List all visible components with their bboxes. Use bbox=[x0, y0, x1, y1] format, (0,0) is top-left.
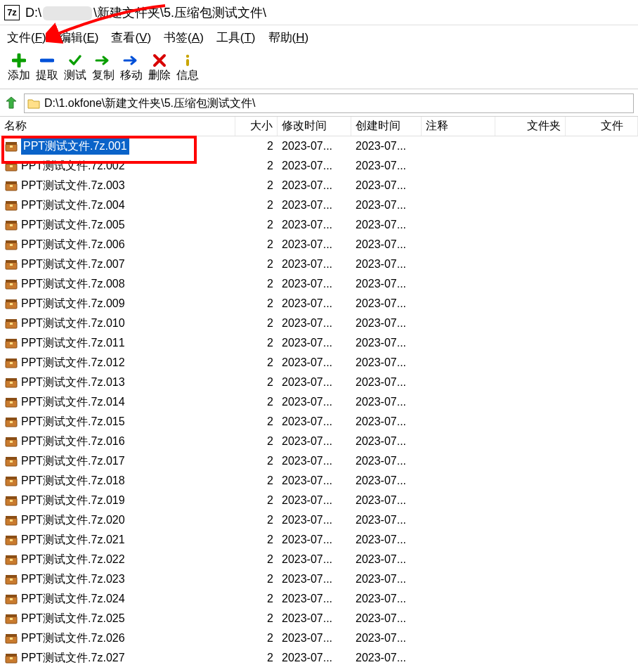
toolbar-copy[interactable] bbox=[90, 51, 117, 68]
file-created: 2023-07... bbox=[351, 455, 422, 467]
svg-rect-49 bbox=[10, 441, 13, 443]
file-size: 2 bbox=[235, 494, 278, 507]
toolbar-move[interactable] bbox=[118, 51, 145, 68]
menu-tools[interactable]: 工具(T) bbox=[216, 30, 256, 46]
file-modified: 2023-07... bbox=[278, 179, 351, 192]
file-modified: 2023-07... bbox=[278, 474, 351, 487]
table-row[interactable]: PPT测试文件.7z.01322023-07...2023-07... bbox=[0, 373, 638, 392]
file-size: 2 bbox=[235, 396, 278, 408]
svg-rect-25 bbox=[10, 283, 13, 285]
table-row[interactable]: PPT测试文件.7z.00522023-07...2023-07... bbox=[0, 215, 638, 235]
table-row[interactable]: PPT测试文件.7z.02222023-07...2023-07... bbox=[0, 550, 638, 569]
file-size: 2 bbox=[235, 612, 278, 625]
table-row[interactable]: PPT测试文件.7z.01122023-07...2023-07... bbox=[0, 333, 638, 353]
table-row[interactable]: PPT测试文件.7z.02422023-07...2023-07... bbox=[0, 589, 638, 609]
svg-rect-37 bbox=[10, 362, 13, 364]
label-add: 添加 bbox=[6, 68, 32, 83]
file-name: PPT测试文件.7z.003 bbox=[21, 179, 125, 193]
menu-file[interactable]: 文件(F) bbox=[7, 30, 46, 46]
file-size: 2 bbox=[235, 160, 278, 172]
path-input[interactable]: D:\1.okfone\新建文件夹\5.压缩包测试文件\ bbox=[24, 93, 634, 113]
table-row[interactable]: PPT测试文件.7z.02522023-07...2023-07... bbox=[0, 609, 638, 628]
table-row[interactable]: PPT测试文件.7z.02122023-07...2023-07... bbox=[0, 530, 638, 550]
table-row[interactable]: PPT测试文件.7z.00122023-07...2023-07... bbox=[0, 136, 638, 156]
table-row[interactable]: PPT测试文件.7z.00422023-07...2023-07... bbox=[0, 195, 638, 215]
table-row[interactable]: PPT测试文件.7z.01822023-07...2023-07... bbox=[0, 471, 638, 491]
svg-rect-22 bbox=[10, 264, 13, 266]
file-name: PPT测试文件.7z.019 bbox=[21, 493, 125, 508]
svg-rect-48 bbox=[6, 437, 17, 440]
col-header-folders[interactable]: 文件夹 bbox=[495, 117, 566, 136]
table-row[interactable]: PPT测试文件.7z.00722023-07...2023-07... bbox=[0, 254, 638, 274]
table-row[interactable]: PPT测试文件.7z.01222023-07...2023-07... bbox=[0, 353, 638, 373]
table-row[interactable]: PPT测试文件.7z.01522023-07...2023-07... bbox=[0, 412, 638, 432]
file-name: PPT测试文件.7z.005 bbox=[21, 218, 125, 233]
move-arrow-icon bbox=[123, 53, 140, 68]
table-row[interactable]: PPT测试文件.7z.01922023-07...2023-07... bbox=[0, 491, 638, 510]
table-row[interactable]: PPT测试文件.7z.02622023-07...2023-07... bbox=[0, 628, 638, 648]
path-text: D:\1.okfone\新建文件夹\5.压缩包测试文件\ bbox=[44, 96, 256, 111]
file-created: 2023-07... bbox=[351, 435, 422, 448]
file-size: 2 bbox=[235, 514, 278, 526]
svg-rect-73 bbox=[10, 598, 13, 600]
file-size: 2 bbox=[235, 553, 278, 566]
file-size: 2 bbox=[235, 573, 278, 586]
file-created: 2023-07... bbox=[351, 297, 422, 310]
col-header-comment[interactable]: 注释 bbox=[422, 117, 495, 136]
table-row[interactable]: PPT测试文件.7z.00222023-07...2023-07... bbox=[0, 156, 638, 176]
toolbar-add[interactable] bbox=[6, 51, 32, 68]
file-name: PPT测试文件.7z.007 bbox=[21, 257, 125, 272]
svg-rect-42 bbox=[6, 398, 17, 401]
file-name: PPT测试文件.7z.018 bbox=[21, 474, 125, 489]
file-size: 2 bbox=[235, 337, 278, 349]
table-row[interactable]: PPT测试文件.7z.02022023-07...2023-07... bbox=[0, 510, 638, 530]
col-header-size[interactable]: 大小 bbox=[235, 117, 278, 136]
menu-help[interactable]: 帮助(H) bbox=[268, 30, 309, 46]
table-row[interactable]: PPT测试文件.7z.01022023-07...2023-07... bbox=[0, 314, 638, 333]
table-row[interactable]: PPT测试文件.7z.02322023-07...2023-07... bbox=[0, 569, 638, 589]
svg-rect-28 bbox=[10, 303, 13, 305]
toolbar-info[interactable] bbox=[174, 51, 201, 68]
file-name: PPT测试文件.7z.010 bbox=[21, 316, 125, 331]
svg-rect-57 bbox=[6, 496, 17, 499]
file-size: 2 bbox=[235, 356, 278, 369]
file-name: PPT测试文件.7z.009 bbox=[21, 297, 125, 311]
svg-rect-60 bbox=[6, 516, 17, 519]
col-header-modified[interactable]: 修改时间 bbox=[278, 117, 351, 136]
file-modified: 2023-07... bbox=[278, 612, 351, 625]
svg-rect-16 bbox=[10, 224, 13, 226]
col-header-files[interactable]: 文件 bbox=[566, 117, 638, 136]
svg-rect-18 bbox=[6, 240, 17, 243]
col-header-name[interactable]: 名称 bbox=[0, 117, 235, 136]
menu-bookmarks[interactable]: 书签(A) bbox=[164, 30, 204, 46]
file-created: 2023-07... bbox=[351, 376, 422, 389]
label-extract: 提取 bbox=[34, 68, 60, 83]
toolbar-delete[interactable] bbox=[146, 51, 173, 68]
file-modified: 2023-07... bbox=[278, 199, 351, 212]
file-size: 2 bbox=[235, 652, 278, 664]
toolbar-test[interactable] bbox=[62, 51, 89, 68]
table-row[interactable]: PPT测试文件.7z.00622023-07...2023-07... bbox=[0, 235, 638, 254]
file-created: 2023-07... bbox=[351, 494, 422, 507]
table-row[interactable]: PPT测试文件.7z.00822023-07...2023-07... bbox=[0, 274, 638, 294]
up-button[interactable] bbox=[4, 96, 20, 111]
file-name: PPT测试文件.7z.017 bbox=[21, 454, 125, 469]
file-name: PPT测试文件.7z.021 bbox=[21, 533, 125, 548]
menu-view[interactable]: 查看(V) bbox=[111, 30, 151, 46]
table-row[interactable]: PPT测试文件.7z.01722023-07...2023-07... bbox=[0, 451, 638, 471]
file-list: 名称 大小 修改时间 创建时间 注释 文件夹 文件 PPT测试文件.7z.001… bbox=[0, 116, 638, 668]
file-created: 2023-07... bbox=[351, 356, 422, 369]
toolbar-extract[interactable] bbox=[34, 51, 60, 68]
table-row[interactable]: PPT测试文件.7z.01422023-07...2023-07... bbox=[0, 392, 638, 412]
menu-edit[interactable]: 编辑(E) bbox=[59, 30, 99, 46]
svg-rect-33 bbox=[6, 339, 17, 342]
table-row[interactable]: PPT测试文件.7z.02722023-07...2023-07... bbox=[0, 648, 638, 668]
svg-rect-36 bbox=[6, 358, 17, 361]
svg-rect-61 bbox=[10, 519, 13, 522]
table-row[interactable]: PPT测试文件.7z.00322023-07...2023-07... bbox=[0, 176, 638, 195]
redacted-mask bbox=[43, 6, 92, 20]
table-row[interactable]: PPT测试文件.7z.00922023-07...2023-07... bbox=[0, 294, 638, 314]
col-header-created[interactable]: 创建时间 bbox=[351, 117, 422, 136]
file-name: PPT测试文件.7z.014 bbox=[21, 395, 125, 410]
table-row[interactable]: PPT测试文件.7z.01622023-07...2023-07... bbox=[0, 432, 638, 451]
